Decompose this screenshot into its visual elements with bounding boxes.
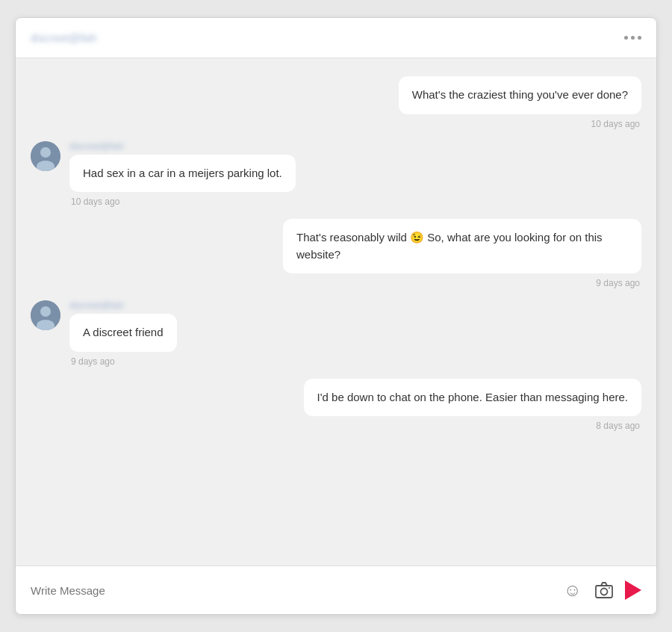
message-row: discreet@llah A discreet friend 9 days a… (31, 300, 641, 367)
chat-header: discreet@llah (16, 18, 656, 58)
send-icon (625, 580, 641, 600)
message-bubble: Had sex in a car in a meijers parking lo… (69, 155, 296, 193)
more-options-button[interactable] (624, 36, 641, 40)
header-username: discreet@llah (31, 32, 97, 44)
message-row: I'd be down to chat on the phone. Easier… (31, 379, 641, 432)
message-bubble: I'd be down to chat on the phone. Easier… (304, 379, 641, 417)
messages-container: What's the craziest thing you've ever do… (16, 58, 656, 566)
chat-window: discreet@llah What's the craziest thing … (15, 17, 657, 615)
message-content: discreet@llah A discreet friend 9 days a… (69, 300, 177, 367)
message-bubble: A discreet friend (69, 314, 177, 352)
svg-point-7 (601, 589, 608, 595)
chat-input-area: ☺ (16, 566, 656, 614)
svg-point-8 (609, 587, 610, 589)
message-bubble: What's the craziest thing you've ever do… (399, 76, 641, 114)
message-text: A discreet friend (83, 326, 164, 338)
emoji-icon: ☺ (563, 580, 582, 601)
message-content: I'd be down to chat on the phone. Easier… (304, 379, 641, 432)
emoji-button[interactable]: ☺ (561, 578, 583, 602)
camera-icon (595, 582, 613, 598)
message-sender: discreet@llah (69, 141, 296, 152)
avatar (31, 300, 60, 330)
message-time: 9 days ago (69, 356, 177, 367)
dot3 (638, 36, 641, 40)
message-time: 10 days ago (591, 119, 641, 129)
message-content: discreet@llah Had sex in a car in a meij… (69, 141, 296, 208)
send-button[interactable] (625, 580, 641, 600)
message-content: That's reasonably wild 😉 So, what are yo… (283, 219, 641, 288)
message-time: 10 days ago (69, 196, 296, 207)
svg-point-1 (40, 147, 51, 158)
message-bubble: That's reasonably wild 😉 So, what are yo… (283, 219, 641, 273)
message-row: What's the craziest thing you've ever do… (31, 76, 641, 129)
message-text: What's the craziest thing you've ever do… (412, 88, 628, 101)
message-row: That's reasonably wild 😉 So, what are yo… (31, 219, 641, 288)
dot1 (624, 36, 628, 40)
message-time: 8 days ago (596, 421, 641, 431)
message-text: That's reasonably wild 😉 So, what are yo… (296, 231, 603, 261)
message-content: What's the craziest thing you've ever do… (399, 76, 641, 129)
message-text: Had sex in a car in a meijers parking lo… (83, 167, 282, 179)
message-input[interactable] (31, 584, 551, 597)
avatar (31, 141, 60, 171)
input-icons: ☺ (561, 578, 641, 602)
message-time: 9 days ago (596, 278, 641, 288)
camera-button[interactable] (594, 580, 615, 600)
message-text: I'd be down to chat on the phone. Easier… (317, 391, 628, 403)
message-row: discreet@llah Had sex in a car in a meij… (31, 141, 641, 208)
message-sender: discreet@llah (69, 300, 177, 311)
svg-point-4 (40, 306, 51, 317)
dot2 (631, 36, 635, 40)
